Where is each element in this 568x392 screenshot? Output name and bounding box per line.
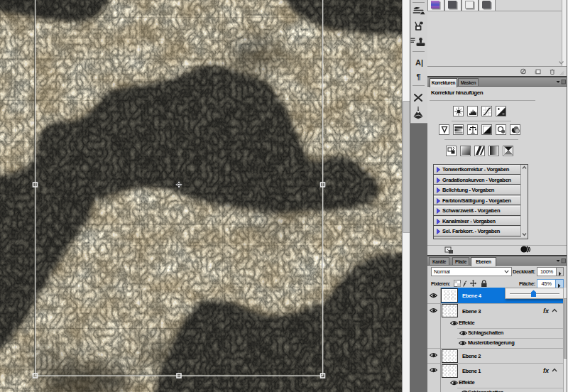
svg-text:¶: ¶ [417, 72, 421, 81]
svg-text:A|: A| [415, 58, 423, 67]
